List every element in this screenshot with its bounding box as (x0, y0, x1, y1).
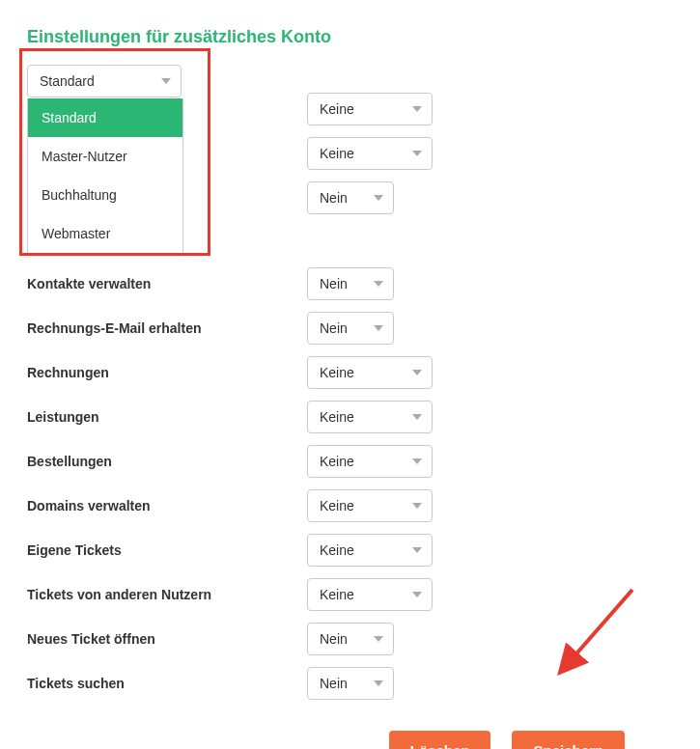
row-select-value: Nein (320, 676, 348, 691)
row-select-value: Keine (320, 587, 354, 602)
settings-row: Domains verwaltenKeine (27, 484, 673, 528)
row-label: Tickets suchen (27, 676, 307, 691)
row-select-value: Keine (320, 146, 354, 161)
role-option-standard[interactable]: Standard (28, 98, 182, 137)
row-label: Eigene Tickets (27, 542, 307, 558)
chevron-down-icon (412, 503, 422, 509)
row-select-hidden-1[interactable]: Keine (307, 137, 433, 170)
chevron-down-icon (412, 592, 422, 597)
row-label: Kontakte verwalten (27, 276, 307, 291)
row-select-value: Keine (320, 365, 354, 380)
row-label: Tickets von anderen Nutzern (27, 587, 307, 602)
settings-row: Neues Ticket öffnenNein (27, 617, 673, 661)
row-select-value: Keine (320, 498, 354, 513)
chevron-down-icon (412, 414, 422, 420)
row-label: Bestellungen (27, 454, 307, 469)
row-label: Domains verwalten (27, 498, 307, 513)
settings-row: LeistungenKeine (27, 395, 673, 439)
row-select[interactable]: Keine (307, 578, 433, 611)
settings-row: Tickets von anderen NutzernKeine (27, 572, 673, 617)
row-select[interactable]: Nein (307, 312, 394, 345)
row-label: Rechnungs-E-Mail erhalten (27, 320, 307, 336)
row-select-value: Keine (320, 542, 354, 558)
row-select-hidden-0[interactable]: Keine (307, 93, 433, 125)
role-option-webmaster[interactable]: Webmaster (28, 214, 182, 253)
row-select-value: Keine (320, 101, 354, 117)
settings-row: RechnungenKeine (27, 350, 673, 395)
row-label: Leistungen (27, 409, 307, 425)
chevron-down-icon (412, 547, 422, 553)
row-select[interactable]: Nein (307, 667, 394, 700)
chevron-down-icon (412, 106, 422, 112)
chevron-down-icon (412, 151, 422, 156)
settings-row: Kontakte verwaltenNein (27, 262, 673, 306)
row-select-hidden-2[interactable]: Nein (307, 181, 394, 214)
row-label: Neues Ticket öffnen (27, 631, 307, 647)
row-select[interactable]: Keine (307, 489, 433, 522)
row-select-value: Keine (320, 454, 354, 469)
row-label: Rechnungen (27, 365, 307, 380)
chevron-down-icon (374, 636, 383, 642)
row-select[interactable]: Keine (307, 445, 433, 478)
save-button[interactable]: Speichern (512, 731, 625, 749)
role-option-buchhaltung[interactable]: Buchhaltung (28, 176, 182, 214)
chevron-down-icon (374, 325, 383, 331)
chevron-down-icon (161, 78, 171, 84)
row-select[interactable]: Nein (307, 623, 394, 655)
chevron-down-icon (412, 458, 422, 464)
chevron-down-icon (374, 195, 383, 201)
row-select[interactable]: Nein (307, 267, 394, 300)
row-select[interactable]: Keine (307, 356, 433, 389)
row-select-value: Nein (320, 190, 348, 206)
row-select-value: Nein (320, 276, 348, 291)
role-option-master[interactable]: Master-Nutzer (28, 137, 182, 176)
chevron-down-icon (374, 281, 383, 287)
settings-row: Rechnungs-E-Mail erhaltenNein (27, 306, 673, 350)
role-dropdown-panel: Standard Master-Nutzer Buchhaltung Webma… (27, 98, 183, 254)
settings-row: BestellungenKeine (27, 439, 673, 484)
settings-row: Eigene TicketsKeine (27, 528, 673, 572)
settings-row: Tickets suchenNein (27, 661, 673, 706)
page-title: Einstellungen für zusätzliches Konto (27, 27, 673, 47)
row-select-value: Keine (320, 409, 354, 425)
row-select[interactable]: Keine (307, 401, 433, 433)
row-select-value: Nein (320, 631, 348, 647)
row-select[interactable]: Keine (307, 534, 433, 567)
row-select-value: Nein (320, 320, 348, 336)
delete-button[interactable]: Löschen (389, 731, 491, 749)
chevron-down-icon (412, 370, 422, 375)
chevron-down-icon (374, 680, 383, 686)
